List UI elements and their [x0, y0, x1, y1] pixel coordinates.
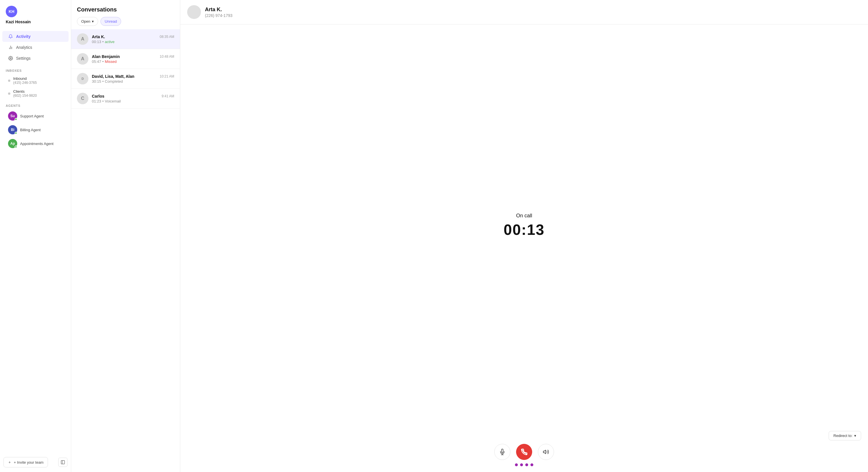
filter-row: Open ▾ Unread — [77, 17, 174, 26]
agent-avatar-appointments: Ap — [8, 139, 17, 148]
chevron-down-icon: ▾ — [854, 434, 856, 438]
conv-duration: 30:15 — [92, 79, 101, 84]
collapse-sidebar-button[interactable] — [58, 458, 67, 467]
svg-point-3 — [10, 58, 11, 59]
call-controls — [494, 444, 554, 460]
call-contact-avatar — [187, 5, 201, 19]
conversation-list: A Arta K. 08:35 AM 00:13 • active A Alan… — [71, 29, 180, 472]
inbox-dot — [8, 80, 10, 82]
conv-time: 08:35 AM — [160, 35, 174, 39]
on-call-label: On call — [516, 213, 532, 219]
dot-4 — [530, 463, 533, 466]
sidebar-item-activity[interactable]: Activity — [2, 31, 69, 42]
inbox-clients[interactable]: Clients (602) 154-9820 — [2, 87, 69, 100]
redirect-row: Redirect to: ▾ — [187, 431, 861, 440]
agent-avatar-billing: Bi — [8, 125, 17, 135]
agent-name-billing: Billing Agent — [20, 128, 41, 132]
activity-label: Activity — [16, 34, 31, 39]
sidebar-bottom: ＋ + Invite your team — [0, 452, 71, 472]
call-contact-number: (226) 974-1793 — [205, 13, 232, 18]
conv-avatar-carlos: C — [77, 93, 88, 104]
agent-support[interactable]: Su Support Agent — [2, 109, 69, 123]
main-call-area: Arta K. (226) 974-1793 On call 00:13 Red… — [180, 0, 868, 472]
main-nav: Activity Analytics Settings — [0, 30, 71, 65]
sidebar: KH Kazi Hossain Activity Analytic — [0, 0, 71, 472]
conv-duration: 01:23 — [92, 99, 101, 104]
conv-avatar-group: D — [77, 73, 88, 84]
filter-unread-label: Unread — [105, 19, 117, 24]
invite-icon: ＋ — [8, 460, 11, 465]
agent-status-dot — [14, 118, 17, 121]
call-contact-name: Arta K. — [205, 7, 232, 12]
dial-dots — [515, 463, 533, 466]
call-timer: 00:13 — [504, 221, 545, 238]
conv-status: Missed — [105, 59, 117, 64]
inboxes-section-title: INBOXES — [0, 65, 71, 74]
agent-status-dot — [14, 132, 17, 135]
inbox-dot — [8, 92, 10, 95]
invite-team-button[interactable]: ＋ + Invite your team — [3, 457, 48, 467]
conversation-item-alan[interactable]: A Alan Benjamin 10:48 AM 05:47 • Missed — [71, 49, 180, 69]
volume-button[interactable] — [538, 444, 554, 460]
inbox-name: Clients — [13, 89, 37, 94]
conversation-item-carlos[interactable]: C Carlos 9:41 AM 01:23 • Voicemail — [71, 89, 180, 109]
conv-status: Completed — [105, 79, 123, 84]
end-call-button[interactable] — [516, 444, 532, 460]
agent-appointments[interactable]: Ap Appointments Agent — [2, 137, 69, 150]
agent-status-dot — [14, 146, 17, 148]
redirect-button[interactable]: Redirect to: ▾ — [829, 431, 861, 440]
conv-name: David, Lisa, Matt, Alan — [92, 74, 134, 79]
conversations-panel: Conversations Open ▾ Unread A Arta K. 08… — [71, 0, 180, 472]
bell-icon — [8, 34, 13, 39]
settings-label: Settings — [16, 56, 31, 61]
dot-2 — [520, 463, 523, 466]
conversation-item-arta[interactable]: A Arta K. 08:35 AM 00:13 • active — [71, 29, 180, 49]
bar-chart-icon — [8, 45, 13, 50]
conv-duration: 00:13 — [92, 40, 101, 44]
conv-time: 10:21 AM — [160, 75, 174, 78]
conv-name: Alan Benjamin — [92, 54, 120, 59]
sidebar-item-settings[interactable]: Settings — [2, 53, 69, 64]
conv-status: Voicemail — [105, 99, 121, 104]
invite-label: + Invite your team — [14, 460, 43, 465]
call-footer: Redirect to: ▾ — [180, 426, 868, 472]
gear-icon — [8, 56, 13, 61]
sidebar-item-analytics[interactable]: Analytics — [2, 42, 69, 53]
username: Kazi Hossain — [6, 20, 31, 24]
conversations-title: Conversations — [77, 6, 174, 13]
filter-unread-button[interactable]: Unread — [100, 17, 121, 26]
chevron-down-icon: ▾ — [92, 19, 94, 24]
filter-open-button[interactable]: Open ▾ — [77, 17, 98, 26]
conv-avatar-arta: A — [77, 33, 88, 45]
conv-time: 9:41 AM — [162, 94, 174, 98]
conv-avatar-alan: A — [77, 53, 88, 65]
call-header: Arta K. (226) 974-1793 — [180, 0, 868, 24]
conv-duration: 05:47 — [92, 59, 101, 64]
user-avatar: KH — [6, 6, 17, 17]
agent-name-appointments: Appointments Agent — [20, 142, 53, 146]
call-contact-info: Arta K. (226) 974-1793 — [205, 7, 232, 18]
call-body: On call 00:13 — [180, 24, 868, 426]
inbox-name: Inbound — [13, 77, 37, 81]
dot-1 — [515, 463, 518, 466]
conv-name: Carlos — [92, 94, 104, 98]
conversations-header: Conversations Open ▾ Unread — [71, 0, 180, 29]
filter-open-label: Open — [81, 19, 90, 24]
profile-section: KH Kazi Hossain — [0, 6, 71, 30]
agent-avatar-support: Su — [8, 111, 17, 121]
conv-time: 10:48 AM — [160, 55, 174, 59]
conv-name: Arta K. — [92, 34, 105, 39]
inbox-inbound[interactable]: Inbound (415) 246-3765 — [2, 74, 69, 87]
agents-section-title: AGENTS — [0, 100, 71, 109]
redirect-label: Redirect to: — [834, 434, 852, 438]
agent-billing[interactable]: Bi Billing Agent — [2, 123, 69, 137]
conversation-item-group[interactable]: D David, Lisa, Matt, Alan 10:21 AM 30:15… — [71, 69, 180, 89]
inbox-number: (602) 154-9820 — [13, 94, 37, 98]
inbox-number: (415) 246-3765 — [13, 81, 37, 85]
analytics-label: Analytics — [16, 45, 32, 50]
svg-marker-9 — [544, 450, 546, 454]
agent-name-support: Support Agent — [20, 114, 43, 118]
mute-button[interactable] — [494, 444, 510, 460]
conv-status: active — [105, 40, 115, 44]
svg-rect-4 — [61, 461, 65, 464]
